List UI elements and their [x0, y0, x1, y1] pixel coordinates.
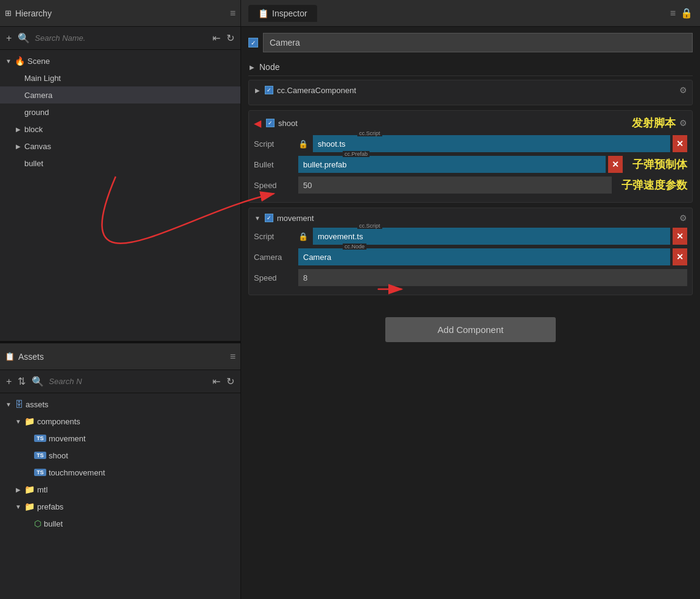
movement-checkbox[interactable]: ✓: [265, 214, 273, 222]
hierarchy-item-camera[interactable]: Camera: [0, 86, 240, 103]
assets-sort-button[interactable]: ⇅: [16, 374, 27, 388]
shoot-header[interactable]: ◀ ✓ shoot 发射脚本 ⚙: [254, 116, 687, 130]
assets-item-movement[interactable]: TS movement: [0, 430, 240, 447]
scene-icon: 🔥: [15, 56, 25, 66]
cc-camera-arrow: [254, 87, 261, 94]
shoot-speed-label: Speed: [254, 181, 293, 190]
cc-camera-checkbox[interactable]: ✓: [265, 86, 273, 94]
movement-header[interactable]: ✓ movement ⚙: [254, 213, 687, 223]
lock-icon[interactable]: 🔒: [681, 7, 693, 19]
entity-name-input[interactable]: [263, 33, 693, 52]
entity-checkbox[interactable]: ✓: [248, 38, 258, 47]
movement-camera-clear-button[interactable]: ✕: [673, 248, 687, 265]
canvas-label: Canvas: [24, 142, 51, 151]
shoot-script-input-wrapper: cc.Script ✕: [313, 135, 687, 152]
hierarchy-item-scene[interactable]: 🔥 Scene: [0, 52, 240, 69]
inspector-body: ✓ Node ✓ cc.CameraComponent ⚙: [241, 27, 700, 599]
node-section-header[interactable]: Node: [248, 58, 693, 76]
add-component-button[interactable]: Add Component: [385, 317, 556, 342]
movement-camera-type-tag: cc.Node: [343, 243, 366, 250]
bullet-annotation: 子弹预制体: [632, 157, 687, 172]
movement-gear-icon[interactable]: ⚙: [679, 213, 687, 223]
shoot-script-input[interactable]: [313, 135, 670, 152]
collapse-icon[interactable]: ⇤: [211, 31, 222, 45]
search-icon[interactable]: 🔍: [16, 31, 31, 45]
assets-item-bullet-prefab[interactable]: ⬡ bullet: [0, 515, 240, 532]
movement-expand-arrow: [254, 215, 261, 222]
movement-camera-input[interactable]: [298, 248, 670, 265]
shoot-checkbox[interactable]: ✓: [266, 119, 275, 127]
hierarchy-menu-icon[interactable]: ≡: [230, 8, 236, 19]
movement-script-clear-button[interactable]: ✕: [673, 228, 687, 245]
bullet-prefab-label: bullet: [44, 519, 63, 528]
movement-script-lock: 🔒: [298, 232, 308, 241]
cc-camera-header[interactable]: ✓ cc.CameraComponent ⚙: [254, 85, 687, 95]
shoot-expand-arrow: ◀: [254, 117, 261, 129]
hierarchy-item-bullet[interactable]: bullet: [0, 155, 240, 172]
hierarchy-icon: ⊞: [5, 9, 12, 18]
shoot-script-clear-button[interactable]: ✕: [673, 135, 687, 152]
mtl-folder-icon: 📁: [24, 485, 35, 494]
shoot-gear-icon[interactable]: ⚙: [679, 118, 687, 128]
movement-camera-label: Camera: [254, 253, 293, 262]
assets-item-components[interactable]: 📁 components: [0, 413, 240, 430]
block-arrow: [15, 126, 22, 133]
scene-arrow: [5, 58, 12, 65]
movement-speed-input[interactable]: [298, 269, 687, 286]
main-light-label: Main Light: [24, 74, 61, 83]
shoot-speed-input[interactable]: [298, 177, 612, 194]
assets-item-root[interactable]: 🗄 assets: [0, 396, 240, 413]
inspector-menu-icon[interactable]: ≡: [670, 8, 676, 19]
assets-item-shoot[interactable]: TS shoot: [0, 447, 240, 464]
assets-menu-icon[interactable]: ≡: [230, 351, 236, 362]
refresh-icon[interactable]: ↻: [225, 31, 236, 45]
node-section-arrow: [248, 64, 256, 71]
components-arrow: [15, 418, 22, 425]
assets-header: 📋 Assets ≡: [0, 343, 240, 370]
hierarchy-item-ground[interactable]: ground: [0, 103, 240, 121]
cc-camera-gear-icon[interactable]: ⚙: [679, 85, 687, 95]
assets-collapse-icon[interactable]: ⇤: [211, 374, 222, 388]
assets-title: 📋 Assets: [5, 352, 230, 362]
movement-script-type-tag: cc.Script: [357, 223, 382, 229]
hierarchy-search-input[interactable]: [35, 33, 208, 43]
shoot-ts-label: shoot: [49, 451, 68, 460]
movement-speed-input-wrapper: [298, 269, 687, 286]
touchmovement-ts-label: touchmovement: [49, 468, 105, 477]
shoot-ts-icon: TS: [34, 452, 46, 459]
assets-item-mtl[interactable]: 📁 mtl: [0, 481, 240, 498]
hierarchy-item-main-light[interactable]: Main Light: [0, 69, 240, 86]
add-node-button[interactable]: +: [5, 32, 13, 45]
ground-label: ground: [24, 108, 49, 117]
bullet-label: bullet: [24, 159, 43, 168]
hierarchy-item-block[interactable]: block: [0, 121, 240, 138]
movement-speed-row: Speed: [254, 269, 687, 286]
assets-item-touchmovement[interactable]: TS touchmovement: [0, 464, 240, 481]
movement-script-input[interactable]: [313, 228, 670, 245]
movement-speed-label: Speed: [254, 273, 293, 282]
hierarchy-tree: 🔥 Scene Main Light Camera ground: [0, 50, 240, 341]
assets-search-icon[interactable]: 🔍: [30, 374, 45, 388]
shoot-bullet-input[interactable]: [298, 156, 606, 173]
node-section-title: Node: [259, 62, 693, 72]
assets-item-prefabs[interactable]: 📁 prefabs: [0, 498, 240, 515]
shoot-annotation: 发射脚本: [632, 116, 676, 130]
shoot-bullet-type-tag: cc.Prefab: [343, 151, 369, 157]
shoot-bullet-clear-button[interactable]: ✕: [608, 156, 623, 173]
shoot-script-lock: 🔒: [298, 139, 308, 149]
shoot-script-type-tag: cc.Script: [357, 130, 382, 136]
cc-camera-block: ✓ cc.CameraComponent ⚙: [248, 80, 693, 105]
inspector-tab[interactable]: 📋 Inspector: [248, 5, 317, 22]
assets-add-button[interactable]: +: [5, 375, 13, 388]
assets-refresh-icon[interactable]: ↻: [225, 374, 236, 388]
movement-script-row: Script 🔒 cc.Script ✕: [254, 228, 687, 245]
mtl-label: mtl: [37, 485, 47, 494]
shoot-title: shoot: [278, 119, 622, 128]
prefabs-folder-icon: 📁: [24, 502, 35, 511]
entity-name-row: ✓: [248, 33, 693, 52]
assets-search-input[interactable]: [49, 377, 208, 386]
movement-camera-input-wrapper: cc.Node ✕: [298, 248, 687, 265]
hierarchy-item-canvas[interactable]: Canvas: [0, 138, 240, 155]
inspector-panel: 📋 Inspector ≡ 🔒 ✓ Node: [241, 0, 700, 599]
inspector-header: 📋 Inspector ≡ 🔒: [241, 0, 700, 27]
